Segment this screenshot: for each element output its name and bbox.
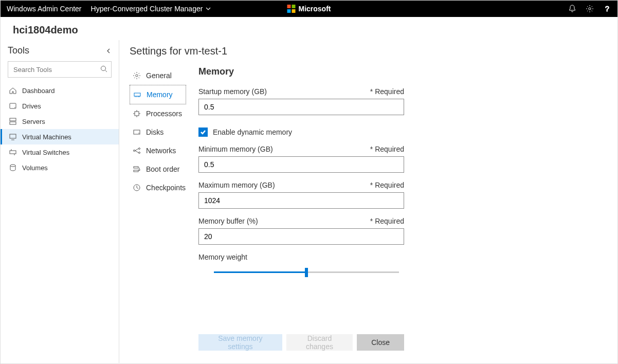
brand-label: Windows Admin Center [7, 5, 82, 13]
boot-order-icon [133, 165, 141, 173]
field-max-memory: Maximum memory (GB) * Required [198, 181, 404, 209]
nav-dashboard[interactable]: Dashboard [1, 83, 119, 98]
settings-nav-label: Boot order [146, 165, 179, 173]
nav-label: Drives [22, 102, 41, 110]
svg-point-5 [14, 107, 15, 108]
search-icon [100, 65, 107, 72]
svg-rect-33 [134, 170, 138, 172]
required-label: * Required [370, 87, 404, 96]
memory-weight-slider[interactable] [214, 266, 399, 279]
svg-point-0 [589, 8, 591, 10]
svg-rect-8 [10, 134, 16, 138]
settings-nav-boot-order[interactable]: Boot order [130, 160, 186, 178]
settings-nav-label: Checkpoints [146, 184, 186, 192]
buffer-label: Memory buffer (%) [198, 217, 258, 225]
help-icon[interactable]: ? [603, 5, 611, 13]
settings-nav-label: Processors [146, 110, 182, 118]
nav-label: Virtual Machines [22, 133, 71, 141]
field-startup-memory: Startup memory (GB) * Required [198, 87, 404, 115]
settings-nav-label: General [146, 71, 172, 80]
close-button[interactable]: Close [357, 334, 404, 351]
nav-drives[interactable]: Drives [1, 98, 119, 114]
ms-brand: Microsoft [287, 5, 331, 13]
settings-nav-memory[interactable]: Memory [130, 85, 186, 104]
server-icon [9, 117, 17, 125]
max-memory-input[interactable] [198, 192, 404, 209]
svg-point-2 [101, 66, 106, 71]
home-icon [9, 86, 17, 95]
required-label: * Required [370, 145, 404, 153]
field-memory-weight: Memory weight [198, 253, 404, 279]
app-switcher[interactable]: Hyper-Converged Cluster Manager [91, 5, 211, 13]
drive-icon [9, 102, 17, 110]
top-bar: Windows Admin Center Hyper-Converged Clu… [1, 1, 617, 17]
max-memory-label: Maximum memory (GB) [198, 181, 275, 189]
svg-line-30 [135, 149, 139, 151]
min-memory-label: Minimum memory (GB) [198, 145, 273, 153]
settings-nav-processors[interactable]: Processors [130, 104, 186, 123]
save-button[interactable]: Save memory settings [198, 334, 282, 351]
settings-nav-checkpoints[interactable]: Checkpoints [130, 178, 186, 197]
discard-button[interactable]: Discard changes [286, 334, 353, 351]
checkbox-checked-icon [198, 128, 208, 137]
tools-nav: Dashboard Drives Servers Virtual Machine… [1, 83, 119, 175]
nav-label: Dashboard [22, 87, 55, 95]
nav-volumes[interactable]: Volumes [1, 160, 119, 175]
required-label: * Required [370, 181, 404, 189]
svg-rect-20 [135, 112, 139, 116]
settings-nav-networks[interactable]: Networks [130, 141, 186, 160]
nav-servers[interactable]: Servers [1, 114, 119, 129]
svg-rect-32 [134, 167, 138, 168]
svg-rect-10 [10, 151, 16, 154]
cluster-name: hci1804demo [1, 17, 617, 40]
switch-icon [9, 148, 17, 156]
svg-point-14 [136, 75, 138, 77]
min-memory-input[interactable] [198, 156, 404, 173]
disk-icon [133, 128, 141, 136]
svg-line-3 [105, 70, 107, 72]
svg-point-29 [139, 152, 140, 154]
content-area: Settings for vm-test-1 General Memory Pr… [125, 40, 617, 363]
nav-label: Virtual Switches [22, 149, 69, 156]
svg-line-31 [135, 151, 139, 153]
settings-nav-general[interactable]: General [130, 66, 186, 85]
svg-rect-15 [134, 93, 140, 96]
chevron-down-icon [206, 6, 211, 11]
startup-memory-input[interactable] [198, 99, 404, 115]
memory-icon [133, 90, 141, 99]
network-icon [133, 147, 141, 155]
tools-title: Tools [8, 45, 29, 56]
volume-icon [9, 163, 17, 172]
vertical-divider [119, 40, 119, 363]
weight-label: Memory weight [198, 253, 247, 261]
cpu-icon [133, 110, 141, 118]
notifications-icon[interactable] [568, 5, 576, 13]
startup-memory-label: Startup memory (GB) [198, 87, 267, 96]
search-tools-input[interactable] [8, 61, 112, 78]
field-memory-buffer: Memory buffer (%) * Required [198, 217, 404, 245]
nav-virtual-switches[interactable]: Virtual Switches [1, 144, 119, 160]
required-label: * Required [370, 217, 404, 225]
settings-gear-icon[interactable] [586, 5, 594, 13]
settings-nav-disks[interactable]: Disks [130, 123, 186, 141]
settings-nav-label: Disks [146, 128, 163, 136]
buffer-input[interactable] [198, 228, 404, 245]
settings-nav-label: Networks [146, 147, 176, 155]
svg-point-28 [139, 148, 140, 150]
svg-point-13 [10, 165, 15, 167]
slider-thumb[interactable] [305, 268, 308, 277]
checkpoint-icon [133, 184, 141, 192]
page-title: Settings for vm-test-1 [130, 45, 605, 57]
svg-text:?: ? [605, 5, 609, 13]
svg-rect-25 [134, 130, 140, 134]
dynamic-memory-checkbox[interactable]: Enable dynamic memory [198, 128, 404, 137]
nav-label: Volumes [22, 164, 48, 172]
svg-point-27 [134, 150, 135, 152]
settings-nav-label: Memory [147, 90, 173, 99]
section-title: Memory [198, 66, 404, 77]
dynamic-memory-label: Enable dynamic memory [213, 128, 292, 136]
microsoft-label: Microsoft [299, 5, 331, 13]
collapse-chevron-icon[interactable] [105, 48, 112, 54]
nav-virtual-machines[interactable]: Virtual Machines [1, 129, 119, 144]
svg-rect-7 [10, 122, 16, 124]
